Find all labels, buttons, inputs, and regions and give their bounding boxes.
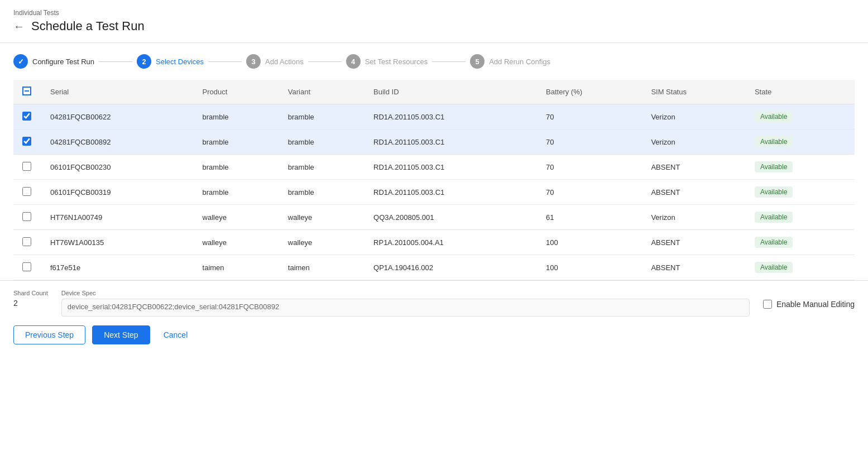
step-connector-2 [208,61,242,62]
step-label-1: Configure Test Run [32,57,94,66]
step-circle-5: 5 [470,54,485,69]
cell-battery-r4: 70 [537,180,642,205]
row-checkbox-r6[interactable] [22,237,31,246]
table-row: 06101FQCB00230bramblebrambleRD1A.201105.… [13,155,855,180]
page-header: Individual Tests ← Schedule a Test Run [0,0,868,33]
table-row: 04281FQCB00892bramblebrambleRD1A.201105.… [13,130,855,155]
cell-serial-r2: 04281FQCB00892 [41,130,194,155]
checkbox-cell-r2[interactable] [13,130,41,155]
cell-build_id-r6: RP1A.201005.004.A1 [365,230,537,255]
page-title: Schedule a Test Run [31,19,145,33]
cell-variant-r5: walleye [279,205,365,230]
cell-variant-r2: bramble [279,130,365,155]
cell-serial-r4: 06101FQCB00319 [41,180,194,205]
th-battery: Battery (%) [537,80,642,104]
step-connector-4 [432,61,466,62]
table-row: f617e51etaimentaimenQP1A.190416.002100AB… [13,255,855,280]
state-badge-r1: Available [755,111,793,122]
device-spec-label: Device Spec [61,290,750,296]
step-connector-3 [308,61,342,62]
checkbox-cell-r7[interactable] [13,255,41,280]
stepper-step-2: 2Select Devices [137,54,204,69]
table-row: 04281FQCB00622bramblebrambleRD1A.201105.… [13,104,855,130]
state-badge-r3: Available [755,161,793,172]
shard-count-value: 2 [13,299,48,308]
checkbox-cell-r5[interactable] [13,205,41,230]
enable-manual-editing-row: Enable Manual Editing [763,290,855,309]
cell-build_id-r2: RD1A.201105.003.C1 [365,130,537,155]
indeterminate-checkbox[interactable] [22,87,31,95]
th-sim-status: SIM Status [642,80,746,104]
device-spec-group: Device Spec device_serial:04281FQCB00622… [61,290,750,316]
select-all-header[interactable] [13,80,41,104]
page-title-row: ← Schedule a Test Run [13,19,855,33]
cancel-button[interactable]: Cancel [157,326,195,344]
cell-battery-r7: 100 [537,255,642,280]
device-table: Serial Product Variant Build ID Battery … [13,80,855,280]
cell-state-r5: Available [746,205,855,230]
step-circle-2[interactable]: 2 [137,54,151,69]
th-serial: Serial [41,80,194,104]
checkbox-cell-r3[interactable] [13,155,41,180]
previous-step-button[interactable]: Previous Step [13,325,85,344]
cell-state-r2: Available [746,130,855,155]
breadcrumb: Individual Tests [13,9,855,17]
row-checkbox-r2[interactable] [22,137,31,146]
back-button[interactable]: ← [13,20,25,33]
cell-variant-r6: walleye [279,230,365,255]
content-area: Serial Product Variant Build ID Battery … [0,80,868,280]
table-row: HT76W1A00135walleyewalleyeRP1A.201005.00… [13,230,855,255]
cell-variant-r7: taimen [279,255,365,280]
row-checkbox-r1[interactable] [22,112,31,121]
checkbox-cell-r1[interactable] [13,104,41,130]
cell-variant-r3: bramble [279,155,365,180]
cell-serial-r1: 04281FQCB00622 [41,104,194,130]
state-badge-r7: Available [755,262,793,273]
table-header-row: Serial Product Variant Build ID Battery … [13,80,855,104]
state-badge-r2: Available [755,136,793,147]
cell-product-r2: bramble [194,130,279,155]
cell-sim_status-r6: ABSENT [642,230,746,255]
state-badge-r6: Available [755,237,793,248]
cell-sim_status-r4: ABSENT [642,180,746,205]
cell-product-r4: bramble [194,180,279,205]
row-checkbox-r4[interactable] [22,187,31,196]
step-circle-4: 4 [346,54,361,69]
cell-product-r3: bramble [194,155,279,180]
step-circle-1[interactable]: ✓ [13,54,28,69]
cell-battery-r1: 70 [537,104,642,130]
enable-manual-editing-checkbox[interactable] [763,300,772,309]
footer-section: Shard Count 2 Device Spec device_serial:… [0,280,868,353]
row-checkbox-r7[interactable] [22,262,31,271]
stepper: ✓Configure Test Run2Select Devices3Add A… [0,43,868,80]
checkbox-cell-r4[interactable] [13,180,41,205]
cell-state-r1: Available [746,104,855,130]
cell-state-r4: Available [746,180,855,205]
step-label-2: Select Devices [156,57,204,66]
cell-sim_status-r3: ABSENT [642,155,746,180]
checkbox-cell-r6[interactable] [13,230,41,255]
cell-serial-r3: 06101FQCB00230 [41,155,194,180]
cell-battery-r6: 100 [537,230,642,255]
shard-count-group: Shard Count 2 [13,290,48,308]
cell-sim_status-r1: Verizon [642,104,746,130]
cell-build_id-r4: RD1A.201105.003.C1 [365,180,537,205]
state-badge-r4: Available [755,186,793,198]
next-step-button[interactable]: Next Step [92,325,150,344]
cell-build_id-r3: RD1A.201105.003.C1 [365,155,537,180]
row-checkbox-r3[interactable] [22,162,31,171]
cell-product-r1: bramble [194,104,279,130]
shard-count-label: Shard Count [13,290,48,296]
th-product: Product [194,80,279,104]
cell-serial-r5: HT76N1A00749 [41,205,194,230]
row-checkbox-r5[interactable] [22,212,31,221]
stepper-step-3: 3Add Actions [246,54,304,69]
table-row: 06101FQCB00319bramblebrambleRD1A.201105.… [13,180,855,205]
cell-variant-r4: bramble [279,180,365,205]
cell-product-r6: walleye [194,230,279,255]
cell-serial-r7: f617e51e [41,255,194,280]
cell-serial-r6: HT76W1A00135 [41,230,194,255]
cell-state-r7: Available [746,255,855,280]
cell-sim_status-r5: Verizon [642,205,746,230]
cell-build_id-r7: QP1A.190416.002 [365,255,537,280]
